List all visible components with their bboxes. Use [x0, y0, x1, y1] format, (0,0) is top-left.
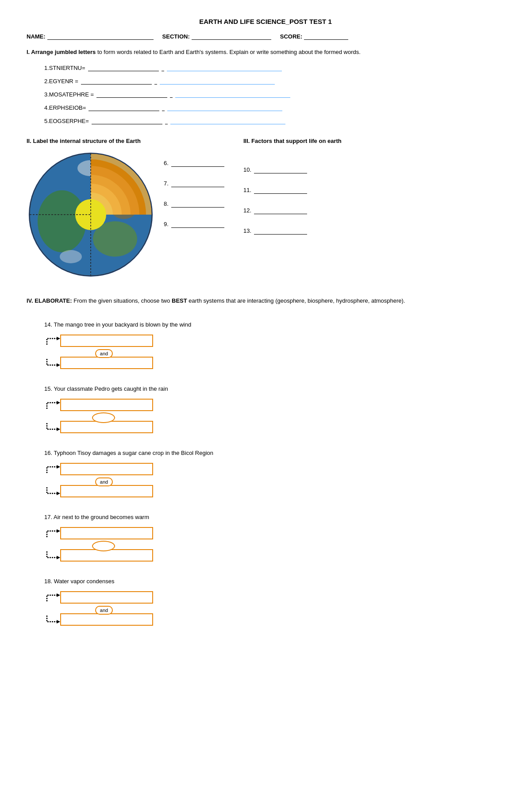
answer-9[interactable]: [171, 221, 224, 228]
answer-10[interactable]: [254, 166, 307, 173]
section4-instruction: From the given situations, choose two: [72, 297, 172, 304]
svg-marker-14: [57, 427, 60, 431]
bottom-arrow-icon-14: [44, 356, 60, 369]
section1-heading: I. Arrange jumbled letters: [27, 49, 96, 55]
name-label: NAME:: [27, 33, 46, 40]
and-badge-14: and: [95, 349, 113, 358]
score-line: [304, 39, 348, 40]
input-15-top[interactable]: [60, 399, 153, 411]
answer-8[interactable]: [171, 200, 224, 208]
factor-item-10: 10.: [243, 166, 504, 173]
list-item: 2.EGYENR =: [44, 77, 504, 85]
bottom-arrow-icon-16: [44, 485, 60, 498]
input-14-bottom[interactable]: [60, 357, 153, 369]
oval-badge-17: [92, 541, 115, 551]
svg-marker-20: [57, 620, 60, 623]
question-17: 17. Air next to the ground becomes warm: [27, 514, 504, 565]
top-arrow-icon-18: [44, 591, 60, 604]
desc-line-2[interactable]: [160, 77, 275, 85]
answer-line-4[interactable]: [88, 104, 159, 111]
header-row: NAME: SECTION: SCORE:: [27, 33, 504, 40]
factor-item-11: 11.: [243, 187, 504, 194]
answer-6[interactable]: [171, 160, 224, 167]
section-label: SECTION:: [162, 33, 190, 40]
bottom-arrow-icon-17: [44, 549, 60, 562]
answer-row-16-bottom: [44, 485, 153, 498]
svg-marker-18: [57, 556, 60, 559]
answer-row-15-top: [44, 398, 153, 412]
question-17-text: 17. Air next to the ground becomes warm: [44, 514, 504, 520]
section-ii-iii-container: II. Label the internal structure of the …: [27, 138, 504, 283]
answer-row-14-top: [44, 334, 153, 347]
answer-group-15: [44, 396, 168, 436]
oval-badge-15: [92, 412, 115, 423]
section1-instruction: to form words related to Earth and Earth…: [96, 49, 361, 55]
answer-group-18: and: [44, 589, 168, 629]
top-arrow-icon-16: [44, 462, 60, 476]
top-arrow-icon-15: [44, 398, 60, 412]
desc-line-5[interactable]: [170, 117, 285, 124]
input-16-bottom[interactable]: [60, 485, 153, 497]
answer-line-2[interactable]: [81, 77, 152, 85]
svg-marker-19: [57, 593, 60, 597]
answer-11[interactable]: [254, 187, 307, 194]
answer-group-14: and: [44, 332, 168, 372]
svg-marker-15: [57, 465, 60, 469]
input-17-top[interactable]: [60, 527, 153, 539]
question-15: 15. Your classmate Pedro gets caught in …: [27, 385, 504, 436]
answer-row-18-top: [44, 591, 153, 604]
section4-heading: IV. ELABORATE:: [27, 297, 72, 304]
svg-marker-17: [57, 529, 60, 533]
desc-line-3[interactable]: [175, 91, 290, 98]
list-item: 1.STNIERTNU=: [44, 64, 504, 71]
answer-row-18-bottom: [44, 613, 153, 626]
section3-heading: III. Factors that support life on earth: [243, 138, 504, 144]
question-18-text: 18. Water vapor condenses: [44, 578, 504, 585]
label-item-6: 6.: [164, 160, 226, 167]
section-ii: II. Label the internal structure of the …: [27, 138, 155, 283]
section3-labels: 10. 11. 12. 13.: [243, 150, 504, 235]
page-title: EARTH AND LIFE SCIENCE_POST TEST 1: [27, 18, 504, 25]
answer-row-17-top: [44, 527, 153, 540]
question-16: 16. Typhoon Tisoy damages a sugar cane c…: [27, 450, 504, 500]
answer-group-17: [44, 525, 168, 565]
score-label: SCORE:: [280, 33, 303, 40]
earth-svg: [27, 150, 155, 279]
svg-marker-13: [57, 401, 60, 404]
question-15-text: 15. Your classmate Pedro gets caught in …: [44, 385, 504, 392]
section4-intro: IV. ELABORATE: From the given situations…: [27, 296, 504, 306]
and-badge-16: and: [95, 477, 113, 486]
top-arrow-icon-14: [44, 334, 60, 347]
question-18: 18. Water vapor condenses and: [27, 578, 504, 629]
section1-intro: I. Arrange jumbled letters to form words…: [27, 48, 504, 57]
answer-line-3[interactable]: [96, 91, 167, 98]
bottom-arrow-icon-15: [44, 420, 60, 434]
label-item-8: 8.: [164, 200, 226, 208]
input-14-top[interactable]: [60, 335, 153, 347]
answer-row-16-top: [44, 462, 153, 476]
answer-line-1[interactable]: [88, 64, 159, 71]
desc-line-4[interactable]: [167, 104, 282, 111]
answer-12[interactable]: [254, 207, 307, 214]
best-bold: BEST: [172, 297, 187, 304]
svg-marker-12: [57, 363, 60, 367]
input-16-top[interactable]: [60, 463, 153, 475]
factor-item-13: 13.: [243, 227, 504, 235]
input-18-top[interactable]: [60, 591, 153, 604]
list-item: 4.ERPHSEIOB=: [44, 104, 504, 111]
desc-line-1[interactable]: [167, 64, 282, 71]
question-14: 14. The mango tree in your backyard is b…: [27, 321, 504, 372]
list-item: 3.MOSATEPHRE =: [44, 91, 504, 98]
earth-diagram: [27, 150, 155, 279]
answer-7[interactable]: [171, 180, 224, 187]
section2-heading: II. Label the internal structure of the …: [27, 138, 155, 144]
question-16-text: 16. Typhoon Tisoy damages a sugar cane c…: [44, 450, 504, 456]
answer-line-5[interactable]: [92, 117, 162, 124]
question-14-text: 14. The mango tree in your backyard is b…: [44, 321, 504, 328]
label-item-9: 9.: [164, 221, 226, 228]
svg-marker-16: [57, 492, 60, 495]
label-item-7: 7.: [164, 180, 226, 187]
input-18-bottom[interactable]: [60, 613, 153, 626]
answer-13[interactable]: [254, 227, 307, 235]
section2-labels: 6. 7. 8. 9.: [155, 138, 226, 228]
